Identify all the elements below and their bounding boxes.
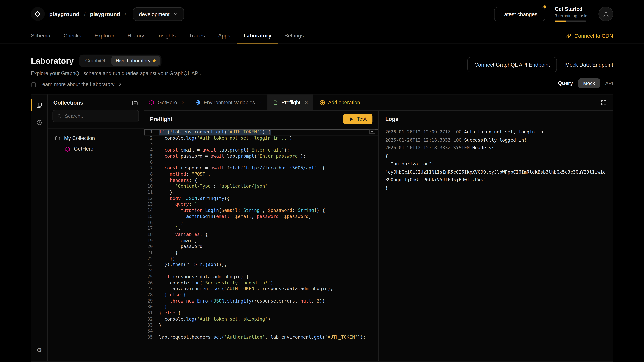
code-line[interactable]: 17 `, bbox=[144, 226, 378, 232]
code-line[interactable]: 7 const response = await fetch("http://l… bbox=[144, 165, 378, 171]
log-entry: 2026-01-26T12:12:18.333Z LOG Successfull… bbox=[385, 136, 606, 144]
rail-collections-button[interactable] bbox=[31, 100, 47, 110]
connect-endpoint-button[interactable]: Connect GraphQL API Endpoint bbox=[468, 57, 557, 72]
mock-data-endpoint-button[interactable]: Mock Data Endpoint bbox=[565, 61, 613, 68]
code-line[interactable]: 32 console.log('Auth token set, skipping… bbox=[144, 317, 378, 323]
log-entry: 2026-01-26T12:12:09.271Z LOG Auth token … bbox=[385, 128, 606, 136]
collections-tree: My Collection GetHero bbox=[48, 129, 144, 159]
toggle-hive-laboratory[interactable]: Hive Laboratory bbox=[111, 56, 160, 66]
tree-item-label: GetHero bbox=[74, 146, 94, 152]
book-icon bbox=[31, 82, 36, 87]
toggle-graphiql[interactable]: GraphiQL bbox=[81, 56, 111, 66]
nav-tab-schema[interactable]: Schema bbox=[24, 28, 57, 43]
code-line[interactable]: 5 const password = await lab.prompt('Ent… bbox=[144, 153, 378, 159]
rail-history-button[interactable] bbox=[31, 117, 47, 128]
code-line[interactable]: 23 }).then(r => r.json()); bbox=[144, 262, 378, 268]
collections-search[interactable] bbox=[52, 110, 139, 122]
nav-tab-traces[interactable]: Traces bbox=[182, 28, 212, 43]
code-line[interactable]: 2 console.log('Auth token not set, loggi… bbox=[144, 135, 378, 141]
new-collection-button[interactable] bbox=[132, 100, 138, 106]
connect-to-cdn-link[interactable]: Connect to CDN bbox=[566, 28, 613, 43]
code-line[interactable]: 10 'Content-Type': 'application/json' bbox=[144, 184, 378, 190]
nav-tab-apps[interactable]: Apps bbox=[212, 28, 237, 43]
code-line[interactable]: 34 bbox=[144, 329, 378, 335]
code-line[interactable]: 14 mutation Login($email: String!, $pass… bbox=[144, 208, 378, 214]
add-operation-button[interactable]: Add operation bbox=[313, 94, 366, 110]
code-line[interactable]: 25 if (response.data.adminLogin) { bbox=[144, 274, 378, 280]
mode-mock-button[interactable]: Mock bbox=[578, 78, 600, 88]
code-line[interactable]: 8 method: "POST", bbox=[144, 171, 378, 177]
avatar[interactable] bbox=[598, 6, 613, 21]
code-line[interactable]: 19 email, bbox=[144, 238, 378, 244]
preflight-editor: Preflight Test − 1if (!lab.environment.g… bbox=[144, 111, 378, 361]
hive-logo-icon[interactable] bbox=[31, 7, 45, 21]
chevron-down-icon bbox=[173, 11, 178, 16]
laboratory-mode-toggle: GraphiQL Hive Laboratory bbox=[80, 55, 162, 67]
nav-tab-laboratory[interactable]: Laboratory bbox=[237, 28, 278, 43]
get-started-widget[interactable]: Get Started 3 remaining tasks bbox=[555, 6, 589, 22]
breadcrumb-project[interactable]: playground bbox=[90, 11, 120, 17]
close-tab-icon[interactable]: × bbox=[305, 100, 308, 105]
rail-settings-button[interactable]: ⚙ bbox=[31, 345, 47, 356]
latest-changes-button[interactable]: Latest changes bbox=[494, 7, 545, 21]
nav-tab-insights[interactable]: Insights bbox=[151, 28, 182, 43]
search-input[interactable] bbox=[65, 113, 134, 119]
code-line[interactable]: 30 } bbox=[144, 304, 378, 310]
learn-more-label: Learn more about the Laboratory bbox=[40, 82, 114, 87]
test-button[interactable]: Test bbox=[344, 114, 372, 124]
target-selector[interactable]: development bbox=[133, 7, 184, 21]
code-line[interactable]: 3 bbox=[144, 141, 378, 147]
log-entry: "eyJhbGciOiJIUzI1NiIsInR5cCI6IkpXVCJ9.ey… bbox=[385, 168, 606, 176]
notification-dot bbox=[543, 5, 546, 8]
code-line[interactable]: 27 lab.environment.set("AUTH_TOKEN", res… bbox=[144, 286, 378, 292]
collapse-icon[interactable]: − bbox=[369, 129, 376, 134]
code-line[interactable]: 18 variables: { bbox=[144, 232, 378, 238]
code-line[interactable]: 31} else { bbox=[144, 310, 378, 317]
code-line[interactable]: 22 }) bbox=[144, 256, 378, 262]
tab-preflight[interactable]: Preflight × bbox=[268, 94, 313, 110]
nav-tab-settings[interactable]: Settings bbox=[278, 28, 310, 43]
code-line[interactable]: 1if (!lab.environment.get("AUTH_TOKEN"))… bbox=[144, 129, 378, 135]
code-line[interactable]: 28 } else { bbox=[144, 292, 378, 298]
tree-item-label: My Collection bbox=[64, 135, 95, 141]
code-line[interactable]: 35lab.request.headers.set('Authorization… bbox=[144, 335, 378, 341]
code-line[interactable]: 33} bbox=[144, 323, 378, 329]
code-line[interactable]: 26 console.log('Successfully logged in!'… bbox=[144, 280, 378, 286]
learn-more-link[interactable]: Learn more about the Laboratory bbox=[31, 82, 201, 87]
code-line[interactable]: 12 body: JSON.stringify({ bbox=[144, 196, 378, 202]
code-line[interactable]: 6 bbox=[144, 159, 378, 165]
code-line[interactable]: 16 } bbox=[144, 220, 378, 226]
folder-icon bbox=[55, 135, 60, 141]
code-editor[interactable]: − 1if (!lab.environment.get("AUTH_TOKEN"… bbox=[144, 127, 378, 361]
search-icon bbox=[57, 114, 62, 118]
nav-tab-history[interactable]: History bbox=[121, 28, 150, 43]
code-line[interactable]: 11 }, bbox=[144, 190, 378, 196]
collections-sidebar: Collections bbox=[48, 94, 144, 361]
breadcrumb-org[interactable]: playground bbox=[49, 11, 80, 17]
breadcrumb-separator: / bbox=[125, 11, 126, 17]
tree-item-gethero[interactable]: GetHero bbox=[51, 144, 140, 154]
close-tab-icon[interactable]: × bbox=[260, 100, 263, 105]
nav-tab-checks[interactable]: Checks bbox=[57, 28, 88, 43]
code-line[interactable]: 15 adminLogin(email: $email, password: $… bbox=[144, 214, 378, 220]
code-line[interactable]: 29 throw new Error(JSON.stringify(respon… bbox=[144, 298, 378, 304]
fullscreen-button[interactable] bbox=[595, 94, 613, 110]
tab-environment-variables[interactable]: Environment Variables × bbox=[190, 94, 268, 110]
close-tab-icon[interactable]: × bbox=[182, 100, 185, 105]
code-line[interactable]: 4 const email = await lab.prompt('Enter … bbox=[144, 147, 378, 153]
tree-item-my-collection[interactable]: My Collection bbox=[51, 133, 140, 144]
operation-tabs: GetHero × Environment Variables × bbox=[144, 94, 613, 111]
tab-gethero[interactable]: GetHero × bbox=[144, 94, 190, 110]
code-line[interactable]: 21 } bbox=[144, 250, 378, 256]
nav-tab-explorer[interactable]: Explorer bbox=[88, 28, 121, 43]
tab-label: Environment Variables bbox=[204, 99, 255, 105]
laboratory-header: Laboratory GraphiQL Hive Laboratory Expl… bbox=[0, 44, 644, 88]
code-line[interactable]: 9 headers: { bbox=[144, 177, 378, 184]
code-line[interactable]: 24 bbox=[144, 268, 378, 274]
folder-plus-icon bbox=[132, 100, 138, 106]
mode-api-button[interactable]: API bbox=[605, 80, 613, 86]
globe-icon bbox=[195, 100, 200, 105]
get-started-progress-fill bbox=[555, 20, 566, 22]
code-line[interactable]: 13 query: ` bbox=[144, 202, 378, 208]
code-line[interactable]: 20 password bbox=[144, 244, 378, 250]
